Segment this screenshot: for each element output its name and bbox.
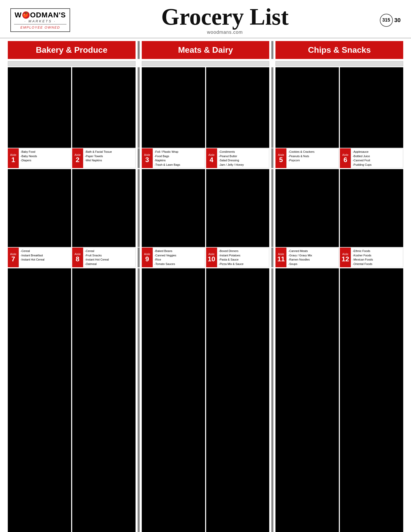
aisle-number-7: 7: [11, 256, 15, 262]
bot-col-pair-1: [8, 268, 136, 532]
aisle-items-4: -Condiments -Peanut Butter -Salad Dressi…: [217, 148, 269, 168]
aisle-pair-7-8: Aisle 7 -Cereal -Instant Breakfast -Inst…: [8, 248, 136, 267]
store-number-area: 315 30: [380, 14, 401, 27]
black-block-4: [206, 67, 269, 148]
aisle-number-5: 5: [279, 156, 283, 163]
aisle-pair-5-6: Aisle 5 -Cookies & Crackers -Peanuts & N…: [275, 148, 403, 168]
aisle-item: -Food Bags: [154, 154, 203, 158]
aisle-item: -Applesauce: [353, 150, 401, 154]
aisle-number-2: 2: [76, 156, 79, 163]
aisle-items-5: -Cookies & Crackers -Peanuts & Nuts -Pop…: [286, 148, 339, 168]
black-block-5: [275, 67, 339, 148]
aisle-item: -Instant Hot Cereal: [85, 257, 134, 262]
aisle-item: -Instant Hot Cereal: [21, 257, 69, 262]
aisle-item: -Oriental Foods: [353, 262, 401, 266]
bot-black-block-1: [8, 268, 71, 532]
checklist-divider-1: [138, 61, 140, 66]
mid-black-block-2: [72, 169, 136, 247]
aisle-number-1: 1: [11, 156, 15, 163]
aisle-item: -Diapers: [21, 158, 69, 163]
aisle-item: -Pasta & Sauce: [219, 257, 268, 262]
aisle-label-10: Aisle 10: [206, 248, 217, 267]
bottom-checklist-section: [8, 268, 403, 532]
aisle-label-2: Aisle 2: [72, 148, 83, 168]
aisle-card-7: Aisle 7 -Cereal -Instant Breakfast -Inst…: [8, 248, 71, 267]
aisle-item: -Baby Needs: [21, 154, 69, 158]
aisle-item: -Instant Breakfast: [21, 253, 69, 258]
col-pair-3: [275, 67, 403, 148]
aisle-number-10: 10: [208, 256, 215, 262]
aisle-item: -Wet Napkins: [85, 158, 134, 163]
black-block-3: [142, 67, 205, 148]
logo-markets: · MARKETS ·: [14, 19, 66, 23]
aisle-label-6: Aisle 6: [340, 148, 351, 168]
vertical-divider-7: [138, 248, 140, 267]
mid-col-pair-3: [275, 169, 403, 247]
aisle-row-1: Aisle 1 -Baby Food -Baby Needs -Diapers …: [8, 148, 403, 168]
aisle-number-6: 6: [343, 156, 347, 163]
checklist-bar-3: [275, 61, 403, 66]
aisle-item: -Condiments: [219, 150, 268, 154]
bot-col-pair-2: [142, 268, 269, 532]
aisle-item: -Ramen Noodles: [288, 257, 337, 262]
aisle-item: -Peanut Butter: [219, 154, 268, 158]
aisle-card-8: Aisle 8 -Cereal -Fruit Snacks -Instant H…: [72, 248, 136, 267]
aisle-items-12: -Ethnic Foods -Kosher Foods -Mexican Foo…: [351, 248, 403, 267]
checklist-bars: [8, 61, 403, 66]
section-divider-2: [271, 41, 273, 59]
aisle-item: -Tomato Sauces: [154, 262, 203, 266]
vertical-divider-10: [271, 268, 273, 532]
mid-black-block-5: [275, 169, 339, 247]
aisle-label-5: Aisle 5: [275, 148, 286, 168]
col-pair-2: [142, 67, 269, 148]
aisle-card-10: Aisle 10 -Boxed Dinners -Instant Potatoe…: [206, 248, 269, 267]
aisle-item: -Cookies & Crackers: [288, 150, 337, 154]
aisle-card-6: Aisle 6 -Applesauce -Bottled Juice -Cann…: [340, 148, 403, 168]
aisle-item: -Kosher Foods: [353, 253, 401, 258]
aisle-item: -Peanuts & Nuts: [288, 154, 337, 158]
aisle-item: -Fruit Snacks: [85, 253, 134, 258]
page-title: Grocery List: [70, 5, 380, 29]
aisle-label-7: Aisle 7: [8, 248, 19, 267]
aisle-item: -Boxed Dinners: [219, 249, 268, 253]
vertical-divider-8: [271, 248, 273, 267]
bot-black-block-5: [275, 268, 339, 532]
header: W🍎ODMAN'S · MARKETS · EMPLOYEE OWNED Gro…: [0, 0, 411, 38]
aisle-items-2: -Bath & Facial Tissue -Paper Towels -Wet…: [83, 148, 136, 168]
aisle-number-12: 12: [342, 256, 349, 262]
aisle-label-12: Aisle 12: [340, 248, 351, 267]
vertical-divider-9: [138, 268, 140, 532]
aisle-items-9: -Baked Beans -Canned Veggies -Rice -Toma…: [153, 248, 205, 267]
section-header-chips: Chips & Snacks: [275, 41, 403, 59]
checklist-divider-2: [271, 61, 273, 66]
aisle-item: -Rice: [154, 257, 203, 262]
aisle-label-8: Aisle 8: [72, 248, 83, 267]
vertical-divider-4: [271, 148, 273, 168]
aisle-card-11: Aisle 11 -Canned Meats -Gravy / Gravy Mi…: [275, 248, 339, 267]
aisle-item: -Pizza Mix & Sauce: [219, 262, 268, 266]
title-area: Grocery List woodmans.com: [70, 5, 380, 35]
aisle-items-11: -Canned Meats -Gravy / Gravy Mix -Ramen …: [286, 248, 339, 267]
aisle-item: -Salad Dressing: [219, 158, 268, 163]
aisle-item: -Napkins: [154, 158, 203, 163]
mid-black-block-1: [8, 169, 71, 247]
aisle-item: -Mexican Foods: [353, 257, 401, 262]
aisle-label-4: Aisle 4: [206, 148, 217, 168]
aisle-item: -Gravy / Gravy Mix: [288, 253, 337, 258]
section-header-meats: Meats & Dairy: [142, 41, 269, 59]
aisle-number-11: 11: [277, 256, 285, 262]
aisle-label-3: Aisle 3: [142, 148, 153, 168]
aisle-card-4: Aisle 4 -Condiments -Peanut Butter -Sala…: [206, 148, 269, 168]
aisle-card-12: Aisle 12 -Ethnic Foods -Kosher Foods -Me…: [340, 248, 403, 267]
bot-black-block-6: [340, 268, 403, 532]
aisle-item: -Baked Beans: [154, 249, 203, 253]
aisle-label-11: Aisle 11: [275, 248, 286, 267]
black-block-1: [8, 67, 71, 148]
section-divider-1: [138, 41, 140, 59]
logo: W🍎ODMAN'S · MARKETS · EMPLOYEE OWNED: [10, 8, 70, 32]
mid-black-block-3: [142, 169, 205, 247]
aisle-item: -Ethnic Foods: [353, 249, 401, 253]
mid-black-block-6: [340, 169, 403, 247]
logo-apple: 🍎: [22, 11, 30, 19]
aisle-card-9: Aisle 9 -Baked Beans -Canned Veggies -Ri…: [142, 248, 205, 267]
